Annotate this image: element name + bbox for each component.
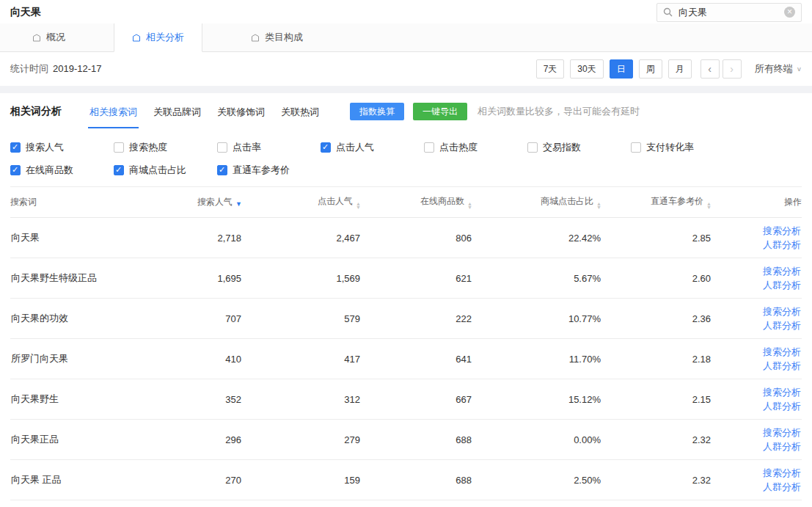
table-row: 向天果的功效 707 579 222 10.77% 2.36 搜索分析人群分析 — [10, 299, 802, 339]
related-words-section-header: 相关词分析 相关搜索词 关联品牌词 关联修饰词 关联热词 指数换算 一键导出 相… — [0, 93, 812, 130]
keyword-cell: 所罗门向天果 — [10, 339, 157, 379]
checkbox-icon[interactable] — [424, 142, 434, 153]
column-header-online-products[interactable]: 在线商品数 — [361, 187, 472, 218]
click-popularity-cell: 417 — [242, 339, 361, 379]
checkbox-icon[interactable] — [114, 165, 124, 175]
filter-label: 在线商品数 — [26, 164, 73, 177]
online-products-cell: 688 — [361, 420, 472, 460]
sort-icon[interactable] — [706, 202, 712, 209]
table-row: 向天果 正品 270 159 688 2.50% 2.32 搜索分析人群分析 — [10, 460, 802, 500]
filter-ztc-ref-price[interactable]: 直通车参考价 — [217, 164, 321, 177]
filter-trade-index[interactable]: 交易指数 — [527, 141, 631, 154]
clear-search-icon[interactable]: × — [784, 7, 795, 18]
subtab-brand-words[interactable]: 关联品牌词 — [152, 95, 202, 128]
search-analysis-link[interactable]: 搜索分析 — [712, 466, 801, 480]
ztc-ref-price-cell: 2.32 — [601, 420, 712, 460]
terminal-dropdown[interactable]: 所有终端 ∨ — [755, 62, 802, 76]
tab-overview[interactable]: 概况 — [15, 23, 83, 51]
checkbox-icon[interactable] — [527, 142, 538, 153]
subtab-related-search-words[interactable]: 相关搜索词 — [88, 95, 139, 128]
range-week-button[interactable]: 周 — [639, 59, 662, 79]
ztc-ref-price-cell: 2.85 — [601, 218, 712, 258]
filter-label: 点击率 — [233, 141, 261, 154]
filter-mall-click-ratio[interactable]: 商城点击占比 — [114, 164, 217, 177]
column-header-click-popularity[interactable]: 点击人气 — [242, 187, 361, 218]
filter-label: 直通车参考价 — [233, 164, 290, 177]
metric-filters: 搜索人气 搜索热度 点击率 点击人气 点击热度 交易指数 支付转化率 在线商品 — [0, 130, 812, 186]
section-divider — [0, 86, 812, 93]
tab-label: 概况 — [46, 31, 65, 44]
sort-icon[interactable] — [467, 202, 472, 209]
crowd-analysis-link[interactable]: 人群分析 — [712, 318, 801, 332]
subtab-hot-words[interactable]: 关联热词 — [279, 95, 321, 128]
range-day-button[interactable]: 日 — [610, 59, 633, 79]
subtab-bar: 相关搜索词 关联品牌词 关联修饰词 关联热词 — [88, 95, 321, 128]
filter-click-rate[interactable]: 点击率 — [217, 141, 321, 154]
crowd-analysis-link[interactable]: 人群分析 — [712, 238, 801, 252]
actions-cell: 搜索分析人群分析 — [712, 379, 802, 420]
checkbox-icon[interactable] — [114, 142, 124, 153]
export-hint: 相关词数量比较多，导出可能会有延时 — [478, 105, 640, 118]
page: 向天果 × 概况 相关分析 类目构成 — [0, 0, 812, 507]
crowd-analysis-link[interactable]: 人群分析 — [712, 278, 801, 292]
range-month-button[interactable]: 月 — [668, 59, 692, 79]
filter-click-popularity[interactable]: 点击人气 — [321, 141, 424, 154]
section-title: 相关词分析 — [10, 105, 62, 118]
click-popularity-cell: 312 — [242, 379, 361, 420]
filter-click-heat[interactable]: 点击热度 — [424, 141, 527, 154]
export-button[interactable]: 一键导出 — [413, 103, 467, 120]
ztc-ref-price-cell: 2.18 — [601, 339, 712, 379]
column-header-search-popularity[interactable]: 搜索人气 — [157, 187, 242, 218]
index-convert-button[interactable]: 指数换算 — [350, 103, 404, 120]
date-bar: 统计时间2019-12-17 7天 30天 日 周 月 ‹ › 所有终端 ∨ — [0, 52, 812, 86]
sort-icon[interactable] — [596, 202, 601, 209]
filter-pay-conversion[interactable]: 支付转化率 — [631, 141, 734, 154]
crowd-analysis-link[interactable]: 人群分析 — [712, 480, 801, 494]
search-analysis-link[interactable]: 搜索分析 — [712, 224, 801, 238]
online-products-cell: 222 — [361, 299, 472, 339]
ztc-ref-price-cell: 2.15 — [601, 379, 712, 420]
subtab-modifier-words[interactable]: 关联修饰词 — [216, 95, 266, 128]
checkbox-icon[interactable] — [217, 142, 227, 153]
search-analysis-link[interactable]: 搜索分析 — [712, 264, 801, 278]
table-row: 向天果野生 352 312 667 15.12% 2.15 搜索分析人群分析 — [10, 379, 802, 420]
tab-related-analysis[interactable]: 相关分析 — [114, 23, 202, 52]
search-popularity-cell: 352 — [157, 379, 242, 420]
search-analysis-link[interactable]: 搜索分析 — [712, 426, 801, 439]
search-popularity-cell: 1,695 — [157, 258, 242, 299]
keywords-table: 搜索词 搜索人气 点击人气 在线商品数 商城点击占比 直通车参考价 操作 向天果… — [10, 186, 802, 500]
keyword-cell: 向天果正品 — [10, 420, 157, 460]
mall-click-ratio-cell: 5.67% — [472, 258, 601, 299]
checkbox-icon[interactable] — [217, 165, 227, 175]
search-analysis-link[interactable]: 搜索分析 — [712, 385, 801, 399]
column-header-actions: 操作 — [712, 187, 802, 218]
column-header-mall-click-ratio[interactable]: 商城点击占比 — [472, 187, 601, 218]
ztc-ref-price-cell: 2.32 — [601, 460, 712, 500]
sort-icon[interactable] — [356, 202, 361, 209]
range-30d-button[interactable]: 30天 — [570, 59, 603, 79]
checkbox-icon[interactable] — [631, 142, 641, 153]
filter-search-popularity[interactable]: 搜索人气 — [10, 141, 114, 154]
crowd-analysis-link[interactable]: 人群分析 — [712, 399, 801, 413]
search-analysis-link[interactable]: 搜索分析 — [712, 304, 801, 318]
click-popularity-cell: 159 — [242, 460, 361, 500]
filter-online-products[interactable]: 在线商品数 — [10, 164, 114, 177]
tab-bar: 概况 相关分析 类目构成 — [0, 23, 812, 52]
column-header-ztc-ref-price[interactable]: 直通车参考价 — [601, 187, 712, 218]
next-date-icon[interactable]: › — [723, 59, 742, 79]
checkbox-icon[interactable] — [321, 142, 331, 153]
crowd-analysis-link[interactable]: 人群分析 — [712, 439, 801, 453]
search-analysis-link[interactable]: 搜索分析 — [712, 345, 801, 359]
related-analysis-tab-icon — [132, 34, 141, 42]
keyword-cell: 向天果 — [10, 218, 157, 258]
checkbox-icon[interactable] — [10, 165, 21, 175]
search-input[interactable] — [677, 6, 780, 18]
filter-search-heat[interactable]: 搜索热度 — [114, 141, 217, 154]
checkbox-icon[interactable] — [10, 142, 21, 153]
crowd-analysis-link[interactable]: 人群分析 — [712, 359, 801, 373]
prev-date-icon[interactable]: ‹ — [701, 59, 720, 79]
sort-icon[interactable] — [235, 201, 242, 208]
mall-click-ratio-cell: 15.12% — [472, 379, 601, 420]
range-7d-button[interactable]: 7天 — [536, 59, 565, 79]
tab-category-composition[interactable]: 类目构成 — [233, 23, 321, 51]
